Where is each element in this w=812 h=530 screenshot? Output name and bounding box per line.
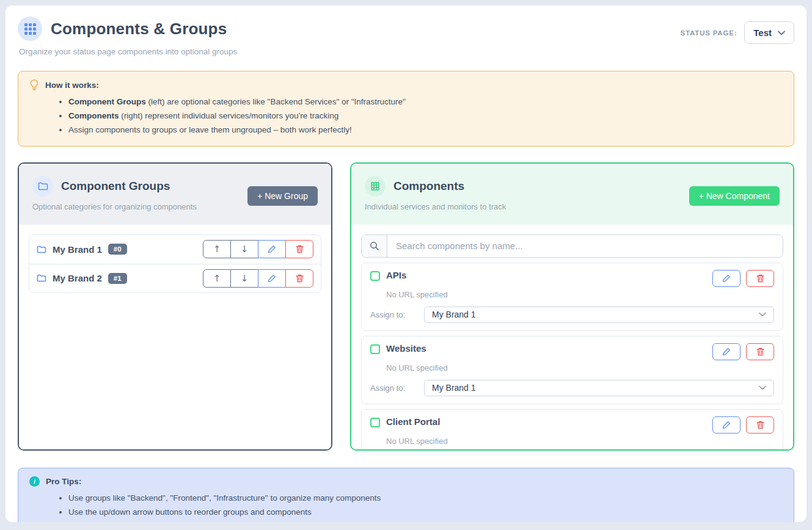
page-title: Components & Groups xyxy=(51,20,227,38)
header-right: STATUS PAGE: Test xyxy=(681,21,794,44)
delete-component-button[interactable] xyxy=(746,343,774,360)
folder-icon xyxy=(37,274,46,282)
group-row: My Brand 1 #0 ↑ ↓ xyxy=(29,235,321,264)
info-icon: i xyxy=(29,476,40,487)
edit-group-button[interactable] xyxy=(258,240,286,258)
how-it-works-item: Assign components to groups or leave the… xyxy=(68,123,783,137)
panels-row: Component Groups Optional categories for… xyxy=(18,162,794,451)
group-list: My Brand 1 #0 ↑ ↓ xyxy=(29,234,321,293)
trash-icon xyxy=(296,245,304,253)
pro-tips-item: Use the up/down arrow buttons to reorder… xyxy=(68,505,783,519)
assign-group-select[interactable]: My Brand 1 xyxy=(424,380,774,396)
groups-panel-header: Component Groups Optional categories for… xyxy=(19,164,331,225)
status-page-label: STATUS PAGE: xyxy=(681,29,737,37)
chevron-down-icon xyxy=(778,31,785,35)
assign-to-label: Assign to: xyxy=(370,383,424,393)
component-card: Websites No URL specified Assign to: xyxy=(361,336,783,404)
component-name: Client Portal xyxy=(386,416,440,427)
folder-icon xyxy=(32,176,53,197)
pencil-icon xyxy=(722,421,731,429)
move-up-button[interactable]: ↑ xyxy=(203,240,231,258)
components-panel-body: APIs No URL specified Assign to: xyxy=(351,225,793,451)
move-up-button[interactable]: ↑ xyxy=(203,269,231,288)
component-card: APIs No URL specified Assign to: xyxy=(361,263,783,331)
edit-component-button[interactable] xyxy=(712,270,741,287)
page-subtitle: Organize your status page components int… xyxy=(19,47,237,56)
delete-component-button[interactable] xyxy=(746,270,774,287)
assign-group-select[interactable]: My Brand 1 xyxy=(424,307,774,323)
component-status-square xyxy=(370,271,380,281)
component-status-square xyxy=(370,344,380,354)
components-panel-title: Components xyxy=(393,180,464,193)
group-actions: ↑ ↓ xyxy=(203,240,313,258)
component-name: APIs xyxy=(386,270,406,280)
trash-icon xyxy=(756,347,764,356)
how-it-works-box: How it works: Component Groups (left) ar… xyxy=(18,71,794,147)
assign-to-label: Assign to: xyxy=(370,310,424,319)
status-page-value: Test xyxy=(753,27,772,38)
how-it-works-list: Component Groups (left) are optional cat… xyxy=(68,95,783,137)
group-row: My Brand 2 #1 ↑ ↓ xyxy=(29,264,321,292)
component-url-status: No URL specified xyxy=(386,363,774,372)
edit-component-button[interactable] xyxy=(712,416,741,434)
trash-icon xyxy=(296,274,304,283)
header-left: Components & Groups Organize your status… xyxy=(18,16,237,56)
pro-tips-box: i Pro Tips: Use groups like "Backend", "… xyxy=(18,468,794,523)
component-actions xyxy=(712,270,774,287)
status-page-select[interactable]: Test xyxy=(744,21,794,44)
components-panel: Components Individual services and monit… xyxy=(350,162,794,451)
how-it-works-item: Components (right) represent individual … xyxy=(68,109,783,123)
group-order-badge: #0 xyxy=(108,244,127,255)
table-grid-icon xyxy=(365,176,386,197)
search-icon xyxy=(362,235,387,257)
component-actions xyxy=(712,416,774,434)
page-card: Components & Groups Organize your status… xyxy=(5,5,807,523)
folder-icon xyxy=(37,245,46,253)
how-it-works-title: How it works: xyxy=(45,81,99,90)
how-it-works-item: Component Groups (left) are optional cat… xyxy=(68,95,783,109)
group-name: My Brand 1 xyxy=(53,244,102,255)
delete-component-button[interactable] xyxy=(746,416,774,434)
groups-panel-title: Component Groups xyxy=(61,180,170,193)
components-panel-header: Components Individual services and monit… xyxy=(351,164,793,225)
page-header: Components & Groups Organize your status… xyxy=(18,16,794,56)
edit-group-button[interactable] xyxy=(258,269,286,288)
pro-tips-title: Pro Tips: xyxy=(46,477,81,486)
component-url-status: No URL specified xyxy=(386,290,774,299)
lightbulb-icon xyxy=(29,79,39,90)
component-groups-panel: Component Groups Optional categories for… xyxy=(18,162,332,451)
delete-group-button[interactable] xyxy=(285,269,313,288)
chevron-down-icon xyxy=(759,312,766,317)
pencil-icon xyxy=(722,274,731,283)
edit-component-button[interactable] xyxy=(712,343,741,360)
move-down-button[interactable]: ↓ xyxy=(230,269,258,288)
component-url-status: No URL specified xyxy=(386,437,774,446)
chevron-down-icon xyxy=(759,385,766,390)
pro-tips-list: Use groups like "Backend", "Frontend", "… xyxy=(68,491,783,523)
components-grid-icon xyxy=(18,16,42,41)
component-status-square xyxy=(370,418,380,427)
assigned-group-value: My Brand 1 xyxy=(432,310,476,319)
delete-group-button[interactable] xyxy=(285,240,313,258)
groups-panel-body: My Brand 1 #0 ↑ ↓ xyxy=(19,225,331,449)
assigned-group-value: My Brand 1 xyxy=(432,383,476,393)
group-order-badge: #1 xyxy=(108,273,127,284)
component-card: Client Portal No URL specified Assig xyxy=(361,409,783,451)
trash-icon xyxy=(756,421,764,429)
move-down-button[interactable]: ↓ xyxy=(230,240,258,258)
new-component-button[interactable]: + New Component xyxy=(689,186,780,206)
component-search xyxy=(361,234,783,258)
pencil-icon xyxy=(722,347,731,356)
trash-icon xyxy=(756,274,764,283)
search-input[interactable] xyxy=(387,235,783,257)
pencil-icon xyxy=(268,274,276,283)
component-actions xyxy=(712,343,774,360)
component-name: Websites xyxy=(386,343,426,354)
pro-tips-item: Components without a group will appear i… xyxy=(68,519,783,523)
group-name: My Brand 2 xyxy=(53,273,102,283)
pencil-icon xyxy=(268,245,276,253)
group-actions: ↑ ↓ xyxy=(203,269,313,288)
new-group-button[interactable]: + New Group xyxy=(247,186,318,206)
pro-tips-item: Use groups like "Backend", "Frontend", "… xyxy=(68,491,783,505)
